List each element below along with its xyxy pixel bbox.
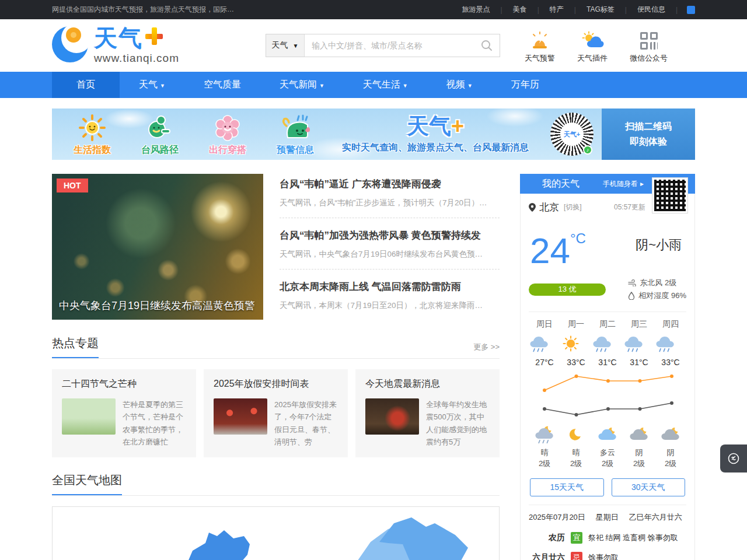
news-item[interactable]: 台风“韦帕”逼近 广东将遭强降雨侵袭 天气网讯，台风“韦帕”正步步逼近，预计明天… bbox=[280, 174, 500, 218]
toplink-specialty[interactable]: 特产 bbox=[539, 5, 574, 15]
divider bbox=[529, 505, 686, 505]
sun-cloud-icon bbox=[581, 27, 604, 50]
temperature-trend-chart bbox=[529, 367, 687, 421]
news-title: 台风“韦帕”逼近 广东将遭强降雨侵袭 bbox=[280, 177, 500, 191]
chevron-down-icon: ▼ bbox=[403, 83, 408, 89]
news-summary: 天气网讯，台风“韦帕”正步步逼近，预计明天（7月20日）… bbox=[280, 198, 500, 208]
card-title: 今天地震最新消息 bbox=[365, 378, 490, 390]
arrow-right-icon: ▸ bbox=[640, 180, 644, 188]
toplink-scenic[interactable]: 旅游景点 bbox=[452, 5, 501, 15]
rain-icon bbox=[592, 334, 613, 353]
toplink-food[interactable]: 美食 bbox=[502, 5, 537, 15]
hot-topics-section: 热点专题 更多 >> 二十四节气之芒种 芒种是夏季的第三个节气，芒种是个农事繁忙… bbox=[52, 335, 500, 457]
site-tagline: 网提供全国国内城市天气预报，旅游景点天气预报，国际… bbox=[52, 5, 452, 15]
cloud-moon-icon bbox=[597, 425, 618, 444]
banner-item-label: 出行穿搭 bbox=[209, 144, 246, 156]
mobile-view-link[interactable]: 手机随身看▸ bbox=[603, 179, 644, 189]
qr-code-icon bbox=[640, 27, 658, 50]
weibo-icon[interactable] bbox=[687, 6, 695, 14]
forecast-15day-button[interactable]: 15天天气 bbox=[530, 478, 604, 496]
nav-weather[interactable]: 天气▼ bbox=[120, 72, 184, 98]
topic-card[interactable]: 2025年放假安排时间表 2025年放假安排来了，今年7个法定假日元旦、春节、清… bbox=[204, 369, 348, 457]
nav-calendar[interactable]: 万年历 bbox=[492, 72, 558, 98]
nav-video[interactable]: 视频▼ bbox=[427, 72, 492, 98]
card-text: 芒种是夏季的第三个节气，芒种是个农事繁忙的季节，在北方磨镰忙 bbox=[123, 398, 186, 449]
sun-mascot-icon bbox=[78, 113, 106, 143]
news-title: 北京本周末降雨上线 气温回落需防雷防雨 bbox=[280, 280, 500, 293]
news-summary: 天气网讯，中央气象台7月19日06时继续发布台风黄色预… bbox=[280, 249, 500, 260]
mobile-qr-code[interactable] bbox=[652, 177, 688, 214]
search-button[interactable] bbox=[474, 34, 500, 57]
logo-plus-icon bbox=[145, 27, 163, 45]
site-logo[interactable]: 天气 www.tianqi.com bbox=[52, 26, 179, 65]
banner-cta: 扫描二维码 即刻体验 bbox=[602, 108, 695, 160]
news-summary: 天气网讯，本周末（7月19日至20日），北京将迎来降雨… bbox=[280, 300, 500, 311]
chevron-down-icon: ▼ bbox=[319, 83, 324, 89]
hot-badge: HOT bbox=[57, 178, 88, 192]
topic-card[interactable]: 二十四节气之芒种 芒种是夏季的第三个节气，芒种是个农事繁忙的季节，在北方磨镰忙 bbox=[52, 369, 196, 457]
day-label: 周四 bbox=[655, 319, 686, 330]
banner-item-label: 生活指数 bbox=[74, 144, 111, 156]
share-link-button[interactable] bbox=[720, 444, 747, 473]
avoid-text: 馀事勿取 bbox=[588, 552, 619, 560]
wind-text: 东北风 2级 bbox=[640, 278, 676, 288]
promo-banner[interactable]: 生活指数 台风路径 bbox=[52, 108, 695, 160]
divider bbox=[529, 312, 686, 312]
high-temp: 33°C bbox=[560, 358, 592, 367]
update-time: 05:57更新 bbox=[614, 202, 645, 212]
switch-city-link[interactable]: [切换] bbox=[564, 202, 582, 212]
banner-slogan: 天气+ 实时天气查询、旅游景点天气、台风最新消息 bbox=[320, 115, 550, 154]
humidity-icon bbox=[628, 292, 635, 300]
day-label: 周日 bbox=[529, 319, 560, 330]
nav-weather-life[interactable]: 天气生活▼ bbox=[344, 72, 427, 98]
nav-air-quality[interactable]: 空气质量 bbox=[184, 72, 260, 98]
rain-icon bbox=[623, 334, 644, 353]
banner-life-index[interactable]: 生活指数 bbox=[67, 113, 117, 156]
map-region-xinjiang bbox=[179, 530, 250, 560]
whale-mascot-icon bbox=[280, 113, 311, 143]
card-title: 2025年放假安排时间表 bbox=[214, 378, 338, 390]
chevron-down-icon: ▼ bbox=[160, 83, 165, 89]
banner-typhoon-path[interactable]: 台风路径 bbox=[135, 113, 185, 156]
banner-item-label: 台风路径 bbox=[141, 144, 179, 156]
my-weather-panel: 我的天气 手机随身看▸ 北京 [切换] 05:57更新 24°C 阴~小雨 13… bbox=[520, 174, 695, 560]
current-condition: 阴~小雨 bbox=[636, 236, 682, 254]
search-category-select[interactable]: 天气▼ bbox=[266, 34, 305, 57]
five-day-forecast[interactable]: 周日 周一 周二 周三 周四 27°C 33°C 31°C 31°C 33°C bbox=[529, 319, 686, 367]
news-item[interactable]: 台风“韦帕”加强为强热带风暴 黄色预警持续发 天气网讯，中央气象台7月19日06… bbox=[280, 218, 500, 270]
quicklink-weather-widget[interactable]: 天气插件 bbox=[577, 27, 608, 64]
china-weather-map[interactable]: 新疆 黑龙江 吉林 bbox=[52, 506, 500, 560]
quicklink-weather-alert[interactable]: 天气预警 bbox=[525, 27, 555, 64]
nav-home[interactable]: 首页 bbox=[52, 72, 120, 98]
featured-caption: 中央气象台7月19日继续发布高温黄色预警 bbox=[59, 299, 255, 313]
nav-weather-news[interactable]: 天气新闻▼ bbox=[260, 72, 344, 98]
card-title: 二十四节气之芒种 bbox=[62, 378, 186, 390]
wind-icon bbox=[628, 279, 636, 286]
more-link[interactable]: 更多 >> bbox=[473, 342, 500, 358]
search-input[interactable] bbox=[305, 41, 474, 50]
quicklink-label: 天气预警 bbox=[525, 53, 555, 64]
banner-alert-info[interactable]: 预警信息 bbox=[270, 113, 320, 156]
high-temp: 31°C bbox=[592, 358, 623, 367]
top-utility-bar: 网提供全国国内城市天气预报，旅游景点天气预报，国际… 旅游景点| 美食| 特产|… bbox=[0, 0, 747, 19]
news-item[interactable]: 北京本周末降雨上线 气温回落需防雷防雨 天气网讯，本周末（7月19日至20日），… bbox=[280, 270, 500, 320]
topic-card[interactable]: 今天地震最新消息 全球每年约发生地震500万次，其中人们能感觉到的地震约有5万 bbox=[355, 369, 500, 457]
overcast-moon-icon bbox=[660, 425, 681, 444]
miniprogram-qr-code[interactable]: 天气+ ♪ bbox=[550, 113, 594, 156]
city-name: 北京 bbox=[539, 201, 559, 214]
chevron-down-icon: ▼ bbox=[293, 43, 299, 49]
forecast-30day-button[interactable]: 30天天气 bbox=[612, 478, 686, 496]
section-title: 全国天气地图 bbox=[52, 473, 122, 495]
toplink-tag[interactable]: TAG标签 bbox=[576, 5, 625, 15]
quicklink-wechat-qr[interactable]: 微信公众号 bbox=[630, 27, 668, 64]
card-thumbnail bbox=[214, 398, 267, 435]
divider: | bbox=[676, 6, 678, 14]
toplink-info[interactable]: 便民信息 bbox=[627, 5, 676, 15]
logo-url: www.tianqi.com bbox=[94, 52, 179, 65]
card-text: 2025年放假安排来了，今年7个法定假日元旦、春节、清明节、劳 bbox=[274, 398, 338, 449]
featured-article-image[interactable]: HOT 中央气象台7月19日继续发布高温黄色预警 bbox=[52, 174, 263, 320]
panel-title: 我的天气 bbox=[542, 178, 580, 190]
aqi-badge[interactable]: 13 优 bbox=[529, 284, 606, 296]
banner-outfit[interactable]: 出行穿搭 bbox=[203, 113, 253, 156]
high-temp: 33°C bbox=[655, 358, 686, 367]
